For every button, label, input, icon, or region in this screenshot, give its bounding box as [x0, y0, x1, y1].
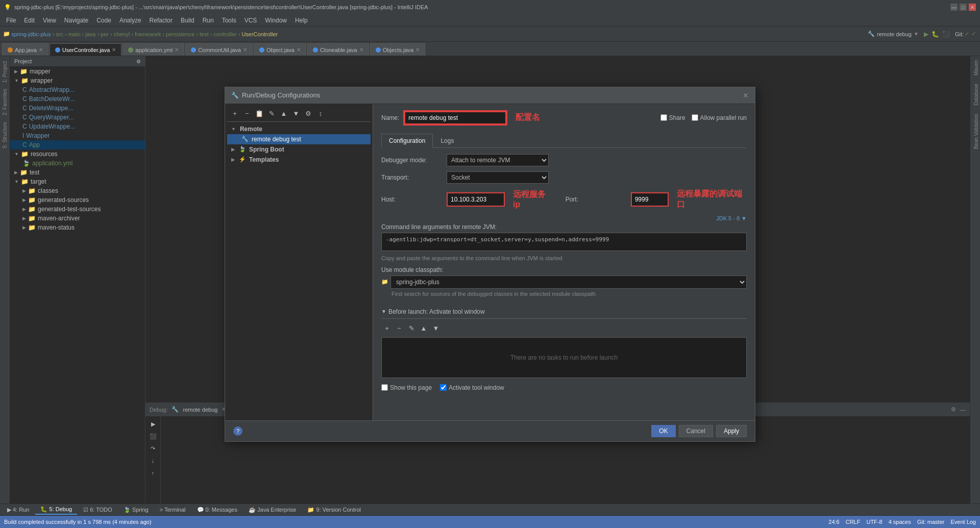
debugger-mode-select[interactable]: Attach to remote JVM	[447, 154, 549, 166]
jvm-args-text: -agentlib:jdwp=transport=dt_socket,serve…	[386, 236, 609, 243]
launch-toolbar: + − ✎ ▲ ▼	[381, 323, 747, 334]
name-annotation: 配置名	[516, 112, 540, 123]
transport-row: Transport: Socket	[381, 171, 747, 184]
dialog-title-label: Run/Debug Configurations	[242, 91, 320, 99]
copy-note: Copy and paste the arguments to the comm…	[381, 255, 747, 261]
launch-edit-button[interactable]: ✎	[406, 323, 417, 334]
name-options: Share Allow parallel run	[660, 114, 747, 121]
show-page-label: Show this page	[390, 384, 432, 391]
launch-down-button[interactable]: ▼	[430, 323, 442, 334]
run-debug-dialog: 🔧 Run/Debug Configurations ✕ + − 📋 ✎ ▲ ▼…	[225, 87, 755, 442]
share-checkbox[interactable]	[660, 114, 667, 121]
expand-arrow-icon: ▼	[231, 127, 236, 132]
config-item-icon: 🔧	[241, 136, 249, 142]
config-remote-parent[interactable]: ▼ Remote	[227, 124, 371, 134]
springboot-icon: 🍃	[239, 146, 246, 153]
host-label: Host:	[381, 196, 443, 203]
activate-window-label: Activate tool window	[449, 384, 504, 391]
jdk-row: JDK 5 - 8 ▼	[381, 215, 747, 221]
port-label: Port:	[566, 196, 627, 203]
launch-up-button[interactable]: ▲	[418, 323, 429, 334]
configuration-content: Debugger mode: Attach to remote JVM Tran…	[381, 154, 747, 391]
config-tree-panel: + − 📋 ✎ ▲ ▼ ⚙ ↕ ▼ Remote 🔧 remote	[225, 104, 373, 420]
add-config-button[interactable]: +	[229, 108, 240, 119]
before-launch-section: ▼ Before launch: Activate tool window + …	[381, 305, 747, 378]
activate-window-checkbox[interactable]	[440, 384, 447, 391]
host-input[interactable]	[448, 193, 504, 206]
launch-empty-area: There are no tasks to run before launch	[381, 337, 747, 378]
edit-config-button[interactable]: ✎	[266, 108, 277, 119]
parallel-checkbox[interactable]	[692, 114, 698, 121]
dialog-title-text: 🔧 Run/Debug Configurations	[231, 91, 320, 99]
config-remote-label: Remote	[240, 125, 262, 133]
logs-tab[interactable]: Logs	[433, 134, 461, 147]
parallel-checkbox-label[interactable]: Allow parallel run	[692, 114, 747, 121]
remove-config-button[interactable]: −	[241, 108, 253, 119]
module-desc: First search for sources of the debugged…	[381, 291, 596, 297]
expand-arrow-icon: ▶	[231, 157, 235, 162]
ok-button[interactable]: OK	[651, 425, 675, 437]
cmdline-label: Command line arguments for remote JVM:	[381, 223, 747, 231]
activate-window-checkbox-label[interactable]: Activate tool window	[440, 384, 504, 391]
config-springboot-parent[interactable]: ▶ 🍃 Spring Boot	[227, 144, 371, 155]
dialog-title-bar: 🔧 Run/Debug Configurations ✕	[225, 87, 755, 104]
module-label: Use module classpath:	[381, 266, 443, 273]
dialog-body: + − 📋 ✎ ▲ ▼ ⚙ ↕ ▼ Remote 🔧 remote	[225, 104, 755, 420]
copy-config-button[interactable]: 📋	[254, 108, 265, 119]
name-input[interactable]	[404, 111, 506, 124]
module-icon: 📁	[381, 279, 388, 285]
cancel-button[interactable]: Cancel	[679, 425, 713, 437]
debugger-mode-row: Debugger mode: Attach to remote JVM	[381, 154, 747, 166]
show-page-checkbox[interactable]	[381, 384, 388, 391]
name-label: Name:	[381, 114, 399, 121]
launch-remove-button[interactable]: −	[394, 323, 405, 334]
port-annotation: 远程暴露的调试端口	[677, 189, 747, 210]
dialog-tabs: Configuration Logs	[381, 134, 747, 148]
launch-empty-text: There are no tasks to run before launch	[510, 354, 618, 361]
sort-button[interactable]: ↕	[315, 108, 326, 119]
config-remote-debug-test[interactable]: 🔧 remote debug test	[227, 134, 371, 144]
show-page-checkbox-label[interactable]: Show this page	[381, 384, 432, 391]
jdk-selector[interactable]: JDK 5 - 8 ▼	[716, 215, 747, 221]
module-select-row: 📁 spring-jdbc-plus	[381, 275, 747, 289]
port-input[interactable]	[632, 193, 668, 206]
port-input-box	[631, 192, 669, 207]
config-templates-parent[interactable]: ▶ ⚡ Templates	[227, 155, 371, 165]
module-select[interactable]: spring-jdbc-plus	[390, 275, 747, 289]
config-tab[interactable]: Configuration	[381, 134, 433, 148]
move-up-button[interactable]: ▲	[278, 108, 289, 119]
apply-button[interactable]: Apply	[716, 425, 747, 437]
host-port-row: Host: 远程服务ip Port: 远程暴露的调试端口	[381, 189, 747, 210]
dialog-title-icon: 🔧	[231, 92, 239, 99]
templates-icon: ⚡	[239, 156, 246, 163]
config-settings-button[interactable]: ⚙	[303, 108, 314, 119]
share-checkbox-label[interactable]: Share	[660, 114, 685, 121]
help-button[interactable]: ?	[233, 426, 242, 436]
config-content-panel: Name: 配置名 Share Allow parallel run	[373, 104, 755, 420]
expand-arrow-icon: ▶	[231, 147, 235, 152]
parallel-label: Allow parallel run	[700, 114, 747, 121]
dialog-close-button[interactable]: ✕	[743, 91, 749, 99]
move-down-button[interactable]: ▼	[290, 108, 302, 119]
section-arrow-icon: ▼	[381, 309, 386, 314]
name-field-box	[403, 110, 507, 125]
config-templates-label: Templates	[249, 156, 279, 163]
host-annotation: 远程服务ip	[513, 189, 551, 209]
jvm-args-box: -agentlib:jdwp=transport=dt_socket,serve…	[381, 233, 747, 251]
dialog-footer-buttons: OK Cancel Apply	[651, 425, 747, 437]
name-section: Name: 配置名 Share Allow parallel run	[381, 110, 747, 125]
launch-add-button[interactable]: +	[381, 323, 393, 334]
before-launch-header: ▼ Before launch: Activate tool window	[381, 305, 747, 319]
host-input-box	[447, 192, 505, 207]
before-launch-title: Before launch: Activate tool window	[388, 308, 485, 315]
show-page-row: Show this page Activate tool window	[381, 384, 747, 391]
config-springboot-label: Spring Boot	[249, 146, 284, 153]
config-item-label: remote debug test	[252, 136, 301, 143]
dialog-overlay: 🔧 Run/Debug Configurations ✕ + − 📋 ✎ ▲ ▼…	[0, 0, 980, 528]
debugger-mode-label: Debugger mode:	[381, 157, 443, 164]
transport-label: Transport:	[381, 174, 443, 181]
transport-select[interactable]: Socket	[447, 171, 549, 184]
config-toolbar: + − 📋 ✎ ▲ ▼ ⚙ ↕	[227, 106, 371, 122]
dialog-footer: ? OK Cancel Apply	[225, 420, 755, 441]
share-label: Share	[669, 114, 685, 121]
